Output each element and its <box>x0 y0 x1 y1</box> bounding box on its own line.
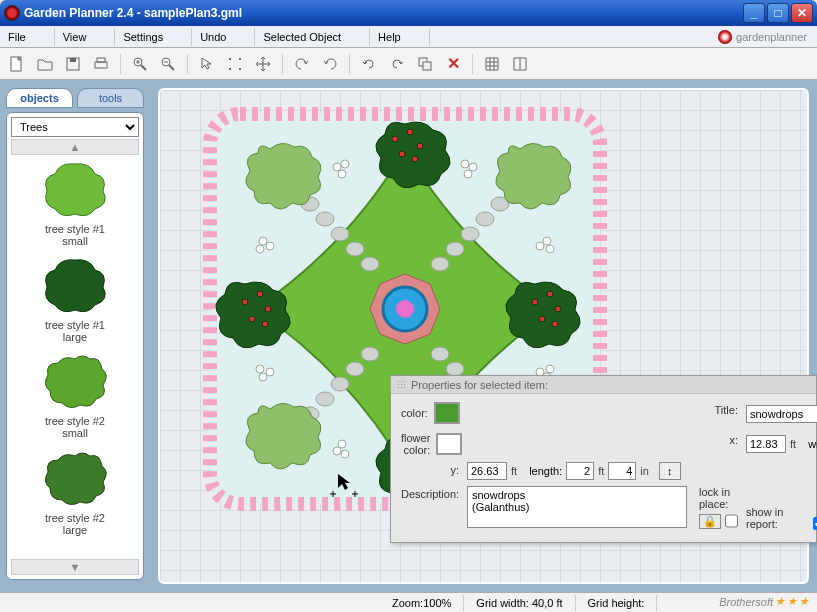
zoom-status: Zoom:100% <box>380 595 464 611</box>
svg-rect-15 <box>239 68 241 70</box>
color-swatch[interactable] <box>434 402 460 424</box>
show-report-checkbox[interactable] <box>813 517 817 530</box>
toolbar-separator <box>187 54 188 74</box>
x-field[interactable] <box>746 435 786 453</box>
menu-file[interactable]: File <box>0 28 55 46</box>
tree-icon <box>40 159 110 219</box>
close-button[interactable]: ✕ <box>791 3 813 23</box>
svg-rect-4 <box>97 58 105 62</box>
pointer-icon[interactable] <box>196 53 218 75</box>
maximize-button[interactable]: □ <box>767 3 789 23</box>
color-label: color: <box>401 407 428 419</box>
palette-tabs: objects tools <box>6 88 144 108</box>
svg-point-59 <box>262 321 268 327</box>
list-item[interactable]: tree style #1 small <box>11 155 139 251</box>
length-ft-field[interactable] <box>566 462 594 480</box>
properties-panel[interactable]: Properties for selected item: Title: col… <box>390 375 817 543</box>
title-field[interactable] <box>746 405 817 423</box>
list-item[interactable]: tree style #2 small <box>11 347 139 443</box>
svg-point-61 <box>547 291 553 297</box>
category-select[interactable]: Trees <box>11 117 139 137</box>
properties-body: Title: color: flower color: x: ft width:… <box>391 394 816 538</box>
x-unit: ft <box>790 438 796 450</box>
svg-point-78 <box>256 245 264 253</box>
properties-header[interactable]: Properties for selected item: <box>391 376 816 394</box>
move-icon[interactable] <box>252 53 274 75</box>
item-label: tree style #2 large <box>11 512 139 536</box>
menu-help[interactable]: Help <box>370 28 430 46</box>
show-report-label: show in report: <box>746 506 809 530</box>
toolbar-separator <box>282 54 283 74</box>
swap-button[interactable]: ↕ <box>659 462 681 480</box>
grid-settings-icon[interactable] <box>509 53 531 75</box>
svg-point-30 <box>446 242 464 256</box>
svg-rect-12 <box>229 58 231 60</box>
svg-line-10 <box>169 65 174 70</box>
flower-color-swatch[interactable] <box>436 433 462 455</box>
side-panel: objects tools Trees ▲ tree style #1 smal… <box>0 80 150 592</box>
palette-scroll-down[interactable]: ▼ <box>11 559 139 575</box>
y-field[interactable] <box>467 462 507 480</box>
title-bar: Garden Planner 2.4 - samplePlan3.gml _ □… <box>0 0 817 26</box>
new-file-icon[interactable] <box>6 53 28 75</box>
toolbar-separator <box>349 54 350 74</box>
svg-rect-3 <box>95 62 107 68</box>
description-field[interactable]: snowdrops (Galanthus) <box>467 486 687 528</box>
rotate-left-icon[interactable] <box>358 53 380 75</box>
flower-color-label: flower color: <box>401 432 430 456</box>
tab-tools[interactable]: tools <box>77 88 144 108</box>
y-label: y: <box>401 462 459 480</box>
rotate-right-icon[interactable] <box>386 53 408 75</box>
svg-point-41 <box>431 347 449 361</box>
palette-scroll-up[interactable]: ▲ <box>11 139 139 155</box>
print-icon[interactable] <box>90 53 112 75</box>
window-controls: _ □ ✕ <box>743 3 813 23</box>
menu-settings[interactable]: Settings <box>115 28 192 46</box>
length-in-field[interactable] <box>608 462 636 480</box>
length-ft-unit: ft <box>598 465 604 477</box>
svg-point-62 <box>555 306 561 312</box>
open-file-icon[interactable] <box>34 53 56 75</box>
svg-point-73 <box>338 440 346 448</box>
svg-point-28 <box>476 212 494 226</box>
svg-point-56 <box>257 291 263 297</box>
svg-point-24 <box>331 227 349 241</box>
svg-point-77 <box>259 237 267 245</box>
copy-icon[interactable] <box>414 53 436 75</box>
zoom-out-icon[interactable] <box>157 53 179 75</box>
svg-point-72 <box>341 450 349 458</box>
tree-icon <box>40 255 110 315</box>
list-item[interactable]: tree style #2 large <box>11 444 139 540</box>
select-icon[interactable] <box>224 53 246 75</box>
undo-icon[interactable] <box>291 53 313 75</box>
redo-icon[interactable] <box>319 53 341 75</box>
grid-icon[interactable] <box>481 53 503 75</box>
minimize-button[interactable]: _ <box>743 3 765 23</box>
object-palette: Trees ▲ tree style #1 small tree style #… <box>6 112 144 580</box>
delete-icon[interactable]: ✕ <box>442 53 464 75</box>
menu-bar: File View Settings Undo Selected Object … <box>0 26 817 48</box>
lock-checkbox[interactable] <box>725 512 738 530</box>
item-label: tree style #2 small <box>11 415 139 439</box>
lock-icon[interactable]: 🔒 <box>699 514 721 529</box>
zoom-in-icon[interactable] <box>129 53 151 75</box>
menu-undo[interactable]: Undo <box>192 28 255 46</box>
properties-title: Properties for selected item: <box>411 379 548 391</box>
list-item[interactable]: tree style #1 large <box>11 251 139 347</box>
grid-height-status: Grid height: <box>576 595 658 611</box>
tab-objects[interactable]: objects <box>6 88 73 108</box>
svg-point-85 <box>266 368 274 376</box>
item-label: tree style #1 large <box>11 319 139 343</box>
grip-icon <box>397 380 405 390</box>
menu-view[interactable]: View <box>55 28 116 46</box>
menu-selected-object[interactable]: Selected Object <box>255 28 370 46</box>
save-icon[interactable] <box>62 53 84 75</box>
svg-point-55 <box>242 299 248 305</box>
window-title: Garden Planner 2.4 - samplePlan3.gml <box>24 6 743 20</box>
svg-point-31 <box>431 257 449 271</box>
svg-rect-17 <box>423 62 431 70</box>
brand-label: gardenplanner <box>718 30 817 44</box>
brand-icon <box>718 30 732 44</box>
svg-point-81 <box>546 245 554 253</box>
x-label: x: <box>467 432 738 456</box>
